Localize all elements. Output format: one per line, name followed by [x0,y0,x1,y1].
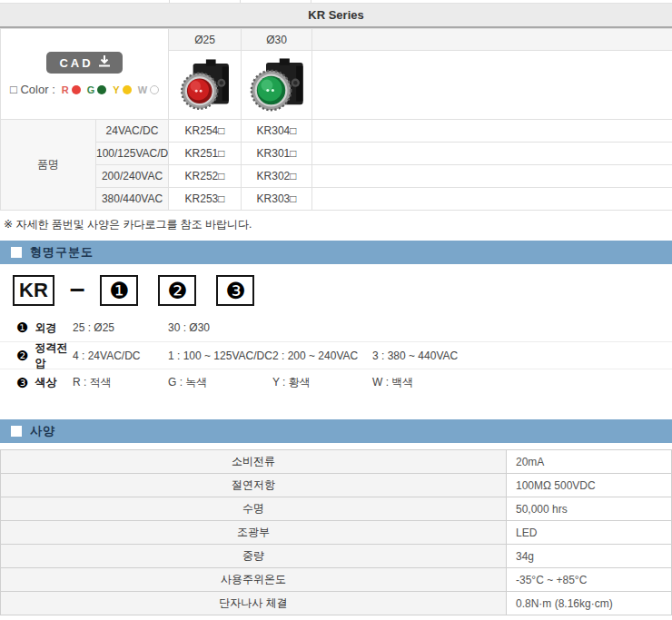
model-cell: KR304□ [242,120,312,143]
color-letter-yellow: Y [113,84,119,95]
code-separator: – [70,273,85,304]
spec-label: 단자나사 체결 [1,592,507,615]
lamp-30-image-cell [242,51,312,120]
spec-value: 100MΩ 500VDC [507,474,672,497]
color-legend: □ Color : R G Y W [1,83,168,96]
model-cell: KR253□ [169,188,242,211]
red-swatch-icon [72,85,81,94]
digit-3-icon: ❸ [16,375,28,391]
code-digit-box-2: ❷ [158,275,196,306]
spec-table: 소비전류 20mA 절연저항 100MΩ 500VDC 수명 50,000 hr… [0,449,672,615]
page-title: KR Series [308,8,363,22]
size-header-25: Ø25 [169,29,242,51]
size-header-empty [312,29,672,51]
spec-value: 34g [507,545,672,568]
digit-2-icon: ❷ [16,348,28,364]
catalog-note: ※ 자세한 품번및 사양은 카다로그를 참조 바랍니다. [0,211,672,232]
spec-label: 중량 [1,545,507,568]
row-header-product-name: 품명 [1,120,96,211]
color-letter-white: W [138,84,147,95]
table-row: 조광부 LED [1,521,672,545]
spec-value: 50,000 hrs [507,497,672,521]
table-row: 수명 50,000 hrs [1,497,672,521]
cropped-table-edge [0,0,672,3]
model-cell: KR254□ [169,120,242,143]
model-cell: KR251□ [169,143,242,165]
model-code-diagram: KR – ❶ ❷ ❸ [13,272,672,309]
spec-value: -35°C ~ +85°C [507,568,672,592]
section-header-specs: 사양 [0,419,672,443]
spec-label: 소비전류 [1,450,507,474]
cad-and-color-cell: CAD □ Color : R G Y W [1,29,169,120]
cad-download-button[interactable]: CAD [46,52,122,74]
spec-label: 수명 [1,497,507,521]
section-header-model-code: 형명구분도 [0,241,672,264]
pilot-lamp-red-image [169,51,241,119]
table-row: 소비전류 20mA [1,450,672,474]
white-swatch-icon [150,85,159,94]
section-title: 형명구분도 [30,244,94,261]
green-swatch-icon [97,85,106,94]
table-row: 사용주위온도 -35°C ~ +85°C [1,568,672,592]
spec-value: LED [507,521,672,545]
table-row: 단자나사 체결 0.8N·m (8.16kg·cm) [1,592,672,615]
model-cell: KR302□ [242,165,312,188]
spec-label: 절연저항 [1,474,507,497]
digit-1-icon: ❶ [109,280,129,302]
legend-row-diameter: ❶ 외경 25 : Ø25 30 : Ø30 [0,314,672,341]
model-code-legend: ❶ 외경 25 : Ø25 30 : Ø30 ❷ 정격전압 4 : 24VAC/… [0,314,672,396]
spec-label: 조광부 [1,521,507,545]
digit-2-icon: ❷ [167,280,187,302]
code-prefix-box: KR [13,275,54,306]
digit-3-icon: ❸ [225,280,245,302]
voltage-cell: 380/440VAC [96,188,169,211]
code-digit-box-1: ❶ [100,275,138,306]
voltage-cell: 100/125VAC/DC [96,143,169,165]
series-title-bar: KR Series [0,3,672,28]
spec-value: 0.8N·m (8.16kg·cm) [507,592,672,615]
image-row-empty-cell [312,51,672,120]
model-cell: KR301□ [242,143,312,165]
legend-row-color: ❸ 색상 R : 적색 G : 녹색 Y : 황색 W : 백색 [0,369,672,396]
voltage-cell: 24VAC/DC [96,120,169,143]
section-title: 사양 [30,423,55,439]
empty-cell [312,143,672,165]
color-letter-red: R [62,84,69,95]
empty-cell [312,188,672,211]
table-row: 절연저항 100MΩ 500VDC [1,474,672,497]
legend-row-voltage: ❷ 정격전압 4 : 24VAC/DC 1 : 100 ~ 125VAC/DC … [0,341,672,369]
code-prefix: KR [15,279,53,302]
white-square-icon [11,247,22,258]
table-row: 중량 34g [1,545,672,568]
pilot-lamp-green-image [242,51,311,119]
color-letter-green: G [87,84,95,95]
lamp-25-image-cell [169,51,242,120]
spec-value: 20mA [507,450,672,474]
model-cell: KR303□ [242,188,312,211]
code-digit-box-3: ❸ [216,275,254,306]
spec-label: 사용주위온도 [1,568,507,592]
cad-button-label: CAD [59,56,93,70]
model-cell: KR252□ [169,165,242,188]
voltage-cell: 200/240VAC [96,165,169,188]
yellow-swatch-icon [123,85,132,94]
download-icon [99,55,110,70]
color-legend-prefix: □ Color : [10,83,55,96]
digit-1-icon: ❶ [16,320,28,336]
empty-cell [312,165,672,188]
product-table: CAD □ Color : R G Y W Ø25 Ø30 [0,28,672,211]
size-header-30: Ø30 [242,29,312,51]
empty-cell [312,120,672,143]
white-square-icon [11,426,22,437]
